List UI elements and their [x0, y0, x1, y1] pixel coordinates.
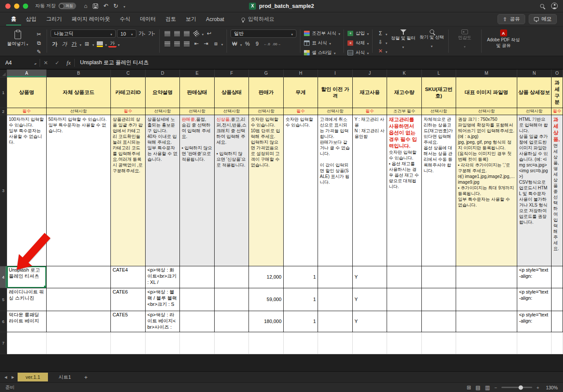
- comma-style-button[interactable]: 9: [253, 40, 261, 48]
- cell-E7[interactable]: [180, 332, 215, 354]
- column-header-F[interactable]: F: [215, 69, 249, 77]
- format-cells-button[interactable]: 서식: [347, 49, 369, 56]
- conditional-formatting-button[interactable]: 조건부 서식: [304, 29, 340, 37]
- borders-button[interactable]: ⊞: [83, 40, 91, 48]
- insert-function-button[interactable]: fx: [63, 59, 74, 66]
- cell-I2[interactable]: 선택사항: [318, 108, 353, 115]
- cell-B6[interactable]: [47, 311, 111, 332]
- cell-I3[interactable]: 고객에게 취소선으로 표시되는 가격을 입력합니다. 판매가보다 같거나 클 수…: [318, 115, 353, 266]
- bold-button[interactable]: 가: [51, 40, 59, 48]
- align-middle-button[interactable]: [173, 29, 181, 37]
- cell-L2[interactable]: 선택사항: [422, 108, 456, 115]
- decrease-decimal-button[interactable]: .00→: [272, 40, 281, 48]
- cell-styles-button[interactable]: 셀 스타일: [304, 49, 340, 56]
- copy-button[interactable]: ⧉: [35, 39, 43, 47]
- cell-M6[interactable]: [456, 311, 517, 332]
- cell-F2[interactable]: 선택사항: [215, 108, 249, 115]
- column-header-H[interactable]: H: [284, 69, 318, 77]
- column-header-E[interactable]: E: [180, 69, 215, 77]
- cell-I1[interactable]: 할인 이전 가격: [318, 77, 353, 108]
- cell-F7[interactable]: [215, 332, 249, 354]
- cell-A4[interactable]: Unsplash 로고 플레인 티셔츠: [7, 266, 47, 288]
- cell-N4[interactable]: <p style="text-align:: [517, 266, 552, 288]
- row-header-2[interactable]: 2: [0, 108, 7, 115]
- autosave-toggle[interactable]: 꺼짐: [58, 3, 76, 9]
- italic-button[interactable]: 가: [60, 40, 69, 48]
- cell-N2[interactable]: 선택사항: [517, 108, 552, 115]
- page-break-view-icon[interactable]: ▥: [485, 385, 490, 391]
- confirm-entry-icon[interactable]: ✓: [51, 60, 63, 66]
- cell-A7[interactable]: [7, 332, 47, 354]
- cell-H6[interactable]: 1: [284, 311, 318, 332]
- column-header-L[interactable]: L: [422, 69, 456, 77]
- dropdown-icon[interactable]: [221, 40, 223, 47]
- cell-M1[interactable]: 대표 이미지 파일명: [456, 77, 517, 108]
- cell-A5[interactable]: 레이디나이트 워싱 스키니진: [7, 288, 47, 311]
- cell-O7[interactable]: [552, 332, 563, 354]
- cell-A1[interactable]: 상품명: [7, 77, 47, 108]
- cell-D1[interactable]: 요약설명: [146, 77, 180, 108]
- clear-button[interactable]: ✕: [376, 47, 387, 55]
- cell-K3[interactable]: 재고관리를 사용하면서 옵션이 없는 경우 필수 입력입니다. 숫자만 입력할 …: [387, 115, 422, 266]
- percent-style-button[interactable]: %: [243, 40, 252, 48]
- cell-B3[interactable]: 50자까지 입력할 수 있습니다. 일부 특수문자는 사용할 수 없습니다.: [47, 115, 111, 266]
- cell-F6[interactable]: [215, 311, 249, 332]
- cell-D2[interactable]: 선택사항: [146, 108, 180, 115]
- cell-B2[interactable]: 선택사항: [47, 108, 111, 115]
- row-header-5[interactable]: 5: [0, 288, 7, 311]
- cancel-entry-icon[interactable]: ✕: [40, 60, 51, 66]
- cell-G6[interactable]: 180,000: [249, 311, 284, 332]
- customize-toolbar-chevron-icon[interactable]: [124, 3, 125, 9]
- redo-icon[interactable]: ↻: [113, 3, 118, 9]
- cell-B4[interactable]: [47, 266, 111, 288]
- cell-C7[interactable]: [111, 332, 146, 354]
- currency-format-button[interactable]: ₩: [230, 40, 239, 48]
- cell-G3[interactable]: 숫자만 입력할 수 있습니다. 10원 단위로 입력해 주세요. 입력하지 않으…: [249, 115, 284, 266]
- increase-indent-button[interactable]: ⇥: [202, 40, 210, 47]
- cell-J1[interactable]: 재고사용: [353, 77, 387, 108]
- cell-K6[interactable]: [387, 311, 422, 332]
- cell-H5[interactable]: 1: [284, 288, 318, 311]
- column-header-C[interactable]: C: [111, 69, 146, 77]
- cut-button[interactable]: ✂: [35, 30, 43, 38]
- autosave-control[interactable]: 자동 저장 꺼짐: [35, 3, 76, 9]
- fill-color-button[interactable]: [95, 40, 104, 48]
- cell-I4[interactable]: [318, 266, 353, 288]
- ribbon-tab-data[interactable]: 데이터: [135, 13, 161, 25]
- align-bottom-button[interactable]: [183, 29, 191, 37]
- sheet-tab-sheet1[interactable]: 시트1: [51, 372, 79, 382]
- fullscreen-window-button[interactable]: [23, 4, 28, 9]
- format-painter-button[interactable]: ✎: [35, 48, 43, 56]
- number-format-select[interactable]: 일반: [230, 29, 296, 38]
- align-center-button[interactable]: [173, 40, 181, 47]
- paste-button[interactable]: 붙여넣기: [4, 29, 32, 47]
- cell-I5[interactable]: [318, 288, 353, 311]
- merge-center-button[interactable]: ⧈: [212, 40, 220, 47]
- cell-F5[interactable]: [215, 288, 249, 311]
- cell-O1[interactable]: 과세구분: [552, 77, 563, 108]
- dropdown-icon[interactable]: [202, 29, 204, 37]
- column-header-G[interactable]: G: [249, 69, 284, 77]
- cell-K2[interactable]: 조건부 필수: [387, 108, 422, 115]
- cell-I7[interactable]: [318, 332, 353, 354]
- cell-N3[interactable]: HTML 기반으로 입력해야 합니다. 상품 일괄 추가 창에 업로드한 이미지…: [517, 115, 552, 266]
- cell-E3[interactable]: 판매중,품절, 숨김 중 선택하여 입력해 주세요. ▪ 입력하지 않으면 '판…: [180, 115, 215, 266]
- cell-G4[interactable]: 12,000: [249, 266, 284, 288]
- dropdown-icon[interactable]: [80, 40, 81, 48]
- align-left-button[interactable]: [163, 40, 172, 47]
- cell-O3[interactable]: 과세상품,면세상품,영세상품 중 선택하여 입력해 주세요.: [552, 115, 563, 266]
- column-header-N[interactable]: N: [517, 69, 552, 77]
- cell-M4[interactable]: [456, 266, 517, 288]
- cell-C2[interactable]: 필수: [111, 108, 146, 115]
- cell-G7[interactable]: [249, 332, 284, 354]
- cell-K1[interactable]: 재고수량: [387, 77, 422, 108]
- cell-N1[interactable]: 상품 상세정보: [517, 77, 552, 108]
- normal-view-icon[interactable]: ⊞: [467, 385, 471, 391]
- column-header-O[interactable]: O: [552, 69, 563, 77]
- sort-filter-button[interactable]: 정렬 및 필터: [391, 29, 416, 50]
- insert-cells-button[interactable]: +삽입: [347, 29, 369, 37]
- cell-H2[interactable]: 필수: [284, 108, 318, 115]
- zoom-in-button[interactable]: +: [537, 385, 539, 390]
- cell-K4[interactable]: [387, 266, 422, 288]
- cell-A2[interactable]: 필수: [7, 108, 47, 115]
